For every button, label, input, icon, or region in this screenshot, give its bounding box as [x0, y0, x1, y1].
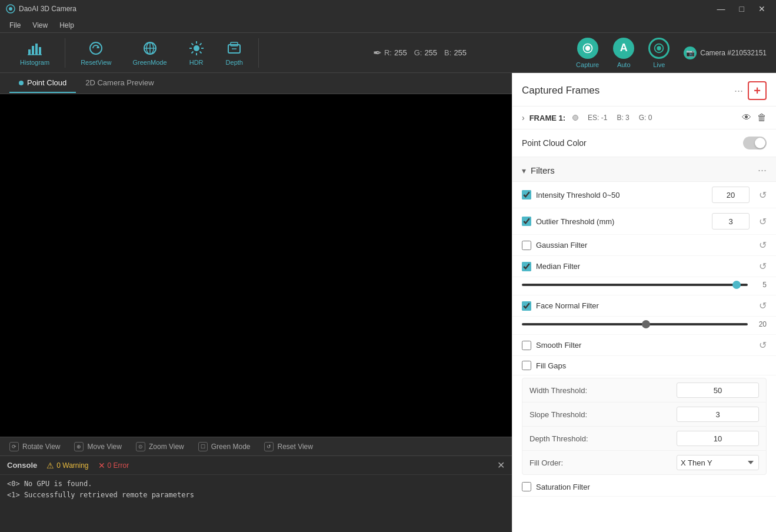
- svg-point-12: [194, 45, 199, 51]
- depth-label: Depth Threshold:: [529, 434, 672, 443]
- add-frame-button[interactable]: +: [748, 81, 767, 100]
- statusbar: ⟳ Rotate View ⊕ Move View ⊙ Zoom View ☐ …: [0, 437, 512, 455]
- frame-delete-icon[interactable]: 🗑: [757, 112, 767, 123]
- intensity-checkbox[interactable]: [522, 190, 531, 200]
- depth-threshold-row: Depth Threshold:: [522, 427, 766, 451]
- fill-order-row: Fill Order: X Then Y Y Then X: [522, 451, 766, 474]
- tab-point-cloud[interactable]: Point Cloud: [9, 74, 76, 93]
- warning-icon: ⚠: [46, 461, 54, 470]
- status-green[interactable]: ☐ Green Mode: [198, 442, 251, 451]
- intensity-reset-icon[interactable]: ↺: [759, 189, 767, 201]
- filter-outlier-row: Outlier Threshold (mm) ↺: [512, 208, 776, 235]
- face-normal-slider-value: 20: [752, 320, 767, 328]
- filters-chevron-icon[interactable]: ▾: [522, 166, 526, 175]
- app-title: DaoAI 3D Camera: [6, 4, 76, 14]
- rgb-g-label: G:: [414, 48, 422, 57]
- svg-point-7: [90, 42, 102, 54]
- auto-icon: A: [613, 38, 634, 59]
- frame-b: B: 3: [617, 114, 629, 122]
- rgb-r-value: 255: [394, 48, 407, 57]
- frame-eye-icon[interactable]: 👁: [742, 112, 751, 123]
- outlier-label: Outlier Threshold (mm): [536, 217, 707, 226]
- console-body: <0> No GPU is found. <1> Successfully re…: [0, 475, 512, 504]
- error-icon: ✕: [98, 461, 105, 470]
- face-normal-reset-icon[interactable]: ↺: [759, 300, 767, 311]
- toolbar-histogram[interactable]: Histogram: [9, 36, 60, 69]
- slope-input[interactable]: [677, 407, 759, 422]
- toolbar-resetview[interactable]: ResetView: [70, 36, 122, 69]
- status-zoom[interactable]: ⊙ Zoom View: [136, 442, 184, 451]
- depth-input[interactable]: [677, 431, 759, 446]
- live-button[interactable]: Live: [648, 38, 670, 68]
- toolbar-sep-2: [258, 38, 259, 68]
- point-cloud-color-row: Point Cloud Color: [512, 129, 776, 157]
- median-slider[interactable]: [522, 284, 748, 286]
- face-normal-slider-thumb[interactable]: [642, 320, 650, 328]
- tab-2d-preview[interactable]: 2D Camera Preview: [76, 74, 163, 93]
- smooth-reset-icon[interactable]: ↺: [759, 340, 767, 351]
- svg-line-18: [199, 51, 201, 53]
- gaussian-reset-icon[interactable]: ↺: [759, 240, 767, 251]
- intensity-input[interactable]: [712, 187, 750, 203]
- menu-view[interactable]: View: [28, 20, 52, 31]
- status-rotate[interactable]: ⟳ Rotate View: [9, 442, 60, 451]
- fill-order-select[interactable]: X Then Y Y Then X: [677, 455, 759, 470]
- status-reset[interactable]: ↺ Reset View: [264, 442, 312, 451]
- filter-face-normal-row: Face Normal Filter ↺: [512, 295, 776, 317]
- window-controls[interactable]: — □ ✕: [712, 3, 770, 15]
- menu-help[interactable]: Help: [55, 20, 79, 31]
- fill-gaps-subsection: Width Threshold: Slope Threshold: Depth …: [522, 378, 767, 475]
- face-normal-slider-row: 20: [512, 317, 776, 335]
- smooth-checkbox[interactable]: [522, 341, 531, 350]
- pcc-toggle[interactable]: [743, 137, 767, 149]
- median-label: Median Filter: [536, 262, 750, 271]
- camera-label: 📷 Camera #210532151: [684, 46, 767, 59]
- move-icon: ⊕: [74, 442, 84, 451]
- titlebar: DaoAI 3D Camera — □ ✕: [0, 0, 776, 18]
- svg-rect-5: [39, 47, 41, 55]
- svg-point-1: [9, 7, 12, 11]
- filter-gaussian-row: Gaussian Filter ↺: [512, 235, 776, 256]
- toolbar-hdr[interactable]: HDR: [178, 36, 215, 69]
- face-normal-slider[interactable]: [522, 323, 748, 325]
- outlier-reset-icon[interactable]: ↺: [759, 216, 767, 227]
- toolbar-depth[interactable]: Depth: [215, 36, 254, 69]
- outlier-input[interactable]: [712, 213, 750, 230]
- frame-label: FRAME 1:: [529, 114, 565, 122]
- eyedropper-icon: ✒: [373, 46, 382, 59]
- median-slider-thumb[interactable]: [732, 281, 741, 289]
- console-close-button[interactable]: ✕: [497, 460, 505, 471]
- filter-smooth-row: Smooth Filter ↺: [512, 335, 776, 356]
- fill-gaps-checkbox[interactable]: [522, 361, 531, 370]
- right-menu-button[interactable]: ···: [730, 82, 748, 99]
- width-input[interactable]: [677, 383, 759, 398]
- minimize-button[interactable]: —: [712, 3, 730, 15]
- median-checkbox[interactable]: [522, 262, 531, 271]
- frame-g: G: 0: [639, 114, 652, 122]
- toolbar-greenmode[interactable]: GreenMode: [122, 36, 178, 69]
- console-warning[interactable]: ⚠ 0 Warning: [46, 461, 88, 470]
- intensity-label: Intensity Threshold 0~50: [536, 191, 707, 200]
- saturation-checkbox[interactable]: [522, 482, 531, 491]
- median-reset-icon[interactable]: ↺: [759, 261, 767, 272]
- face-normal-checkbox[interactable]: [522, 301, 531, 311]
- filters-title: Filters: [531, 165, 758, 175]
- left-panel: Point Cloud 2D Camera Preview ⟳ Rotate V…: [0, 73, 512, 532]
- outlier-checkbox[interactable]: [522, 217, 531, 226]
- slope-label: Slope Threshold:: [529, 410, 672, 419]
- close-button[interactable]: ✕: [754, 3, 770, 15]
- capture-button[interactable]: Capture: [576, 38, 599, 68]
- status-move[interactable]: ⊕ Move View: [74, 442, 121, 451]
- filters-menu-button[interactable]: ···: [758, 164, 767, 177]
- auto-button[interactable]: A Auto: [613, 38, 634, 68]
- gaussian-checkbox[interactable]: [522, 241, 531, 250]
- console-msg-0: <0> No GPU is found.: [7, 478, 505, 490]
- frame-es: ES: -1: [588, 114, 607, 122]
- menu-file[interactable]: File: [5, 20, 25, 31]
- face-normal-label: Face Normal Filter: [536, 301, 750, 310]
- console-error[interactable]: ✕ 0 Error: [98, 461, 129, 470]
- frame-expand-arrow[interactable]: ›: [522, 113, 525, 122]
- viewport[interactable]: [0, 94, 512, 437]
- rotate-icon: ⟳: [9, 442, 19, 451]
- maximize-button[interactable]: □: [735, 3, 749, 15]
